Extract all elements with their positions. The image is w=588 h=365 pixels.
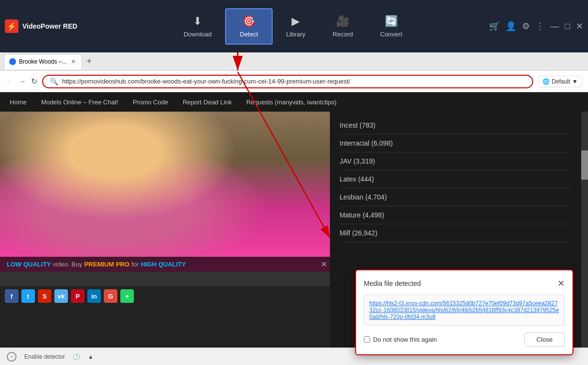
category-lesbian[interactable]: Lesbian (4,704) [340,188,572,206]
category-latex[interactable]: Latex (444) [340,170,572,188]
facebook-icon[interactable]: f [5,289,18,303]
globe-icon: 🌐 [542,78,550,85]
site-nav-requests[interactable]: Requests (manyvids, iwantclips) [246,99,337,106]
nav-buttons: ⬇ Download 🎯 Detect ▶ Library 🎥 Record 🔄 [97,8,489,45]
download-icon: ⬇ [193,15,202,28]
nav-download-label: Download [183,31,212,38]
refresh-button[interactable]: ↻ [31,77,37,86]
user-icon[interactable]: 👤 [506,21,516,32]
nav-convert[interactable]: 🔄 Convert [367,8,416,45]
tab-title: Brooke Woods –... [19,58,67,65]
nav-convert-label: Convert [380,31,403,38]
media-popup-title: Media file detected [364,280,421,287]
nav-record[interactable]: 🎥 Record [319,8,367,45]
time-icon[interactable]: 🕐 [73,353,80,360]
back-button[interactable]: ← [6,77,14,86]
whatsapp-icon[interactable]: + [120,289,134,303]
category-jav[interactable]: JAV (3,319) [340,152,572,170]
url-bar[interactable]: 🔍 [42,75,533,88]
video-controls-bar[interactable] [0,272,330,286]
google-icon[interactable]: G [104,289,117,303]
forward-button[interactable]: → [18,77,26,86]
site-nav: Home Models Online – Free Chat! Promo Co… [0,92,588,112]
browser-tab[interactable]: Brooke Woods –... ✕ [4,54,82,69]
url-search-icon: 🔍 [50,78,58,85]
scrollbar[interactable] [581,112,588,348]
app-name: VideoPower RED [22,22,77,30]
media-popup-footer: Do not show this again Close [364,332,565,347]
no-show-label[interactable]: Do not show this again [364,336,437,343]
titlebar: ⚡ VideoPower RED ⬇ Download 🎯 Detect ▶ L… [0,0,588,52]
social-bar: f t S vk P in G + [0,286,330,306]
default-label: Default [552,78,570,85]
gear-icon[interactable]: ⚙ [522,21,530,32]
video-area: LOW QUALITY video. Buy PREMIUM PRO for H… [0,112,330,348]
minimize-icon[interactable]: — [550,21,559,32]
browser-area: Brooke Woods –... ✕ + ← → ↻ 🔍 🌐 Default … [0,52,588,348]
category-milf[interactable]: Milf (26,942) [340,224,572,242]
top-right-icons: 🛒 👤 ⚙ ⋮ — □ ✕ [489,21,583,32]
popup-close-button[interactable]: Close [524,332,565,347]
overlay-close-button[interactable]: ✕ [321,260,327,269]
video-quality-overlay: LOW QUALITY video. Buy PREMIUM PRO for H… [0,257,330,272]
tab-add-button[interactable]: + [84,56,95,66]
site-nav-promo[interactable]: Promo Code [133,99,168,106]
tabbar: Brooke Woods –... ✕ + [0,52,588,71]
media-popup: Media file detected ✕ https://hls2-l3.xn… [355,269,573,348]
up-arrow-icon[interactable]: ▲ [88,353,94,360]
scrollbar-thumb[interactable] [581,150,588,180]
nav-library-label: Library [286,31,306,38]
linkedin-icon[interactable]: in [87,289,101,303]
category-interracial[interactable]: Interracial (6,098) [340,134,572,152]
enable-detector-label[interactable]: Enable detector [24,353,65,360]
tab-favicon [9,58,16,65]
url-input[interactable] [62,78,525,85]
library-icon: ▶ [292,15,300,28]
site-nav-report[interactable]: Report Dead Link [183,99,232,106]
no-show-checkbox[interactable] [364,336,370,343]
premium-text: PREMIUM PRO [84,261,130,268]
record-icon: 🎥 [336,15,349,28]
app-logo[interactable]: ⚡ VideoPower RED [5,19,77,33]
social3-icon[interactable]: S [38,289,51,303]
more-icon[interactable]: ⋮ [536,21,544,32]
video-content [0,112,330,272]
media-popup-header: Media file detected ✕ [364,278,565,289]
nav-detect-label: Detect [240,31,258,38]
site-content: Home Models Online – Free Chat! Promo Co… [0,92,588,348]
cart-icon[interactable]: 🛒 [489,21,500,32]
default-button[interactable]: 🌐 Default ▼ [538,76,582,87]
maximize-icon[interactable]: □ [565,21,570,32]
nav-record-label: Record [333,31,353,38]
low-quality-text: LOW QUALITY [7,261,51,268]
app-logo-icon: ⚡ [5,19,18,33]
nav-detect[interactable]: 🎯 Detect [225,8,273,45]
convert-icon: 🔄 [385,15,398,28]
no-show-text: Do not show this again [373,336,437,343]
video-text-1: video. Buy [53,261,82,268]
site-body: LOW QUALITY video. Buy PREMIUM PRO for H… [0,112,588,348]
detect-icon: 🎯 [243,15,256,28]
site-nav-models[interactable]: Models Online – Free Chat! [41,99,118,106]
vk-icon[interactable]: vk [54,289,68,303]
twitter-icon[interactable]: t [21,289,35,303]
high-quality-text: HIGH QUALITY [141,261,186,268]
pinterest-icon[interactable]: P [71,289,84,303]
dropdown-icon: ▼ [572,78,578,85]
media-detected-link[interactable]: https://hls2-l3.xnxx-cdn.com/5615325d0b7… [364,295,565,326]
addressbar: ← → ↻ 🔍 🌐 Default ▼ [0,71,588,92]
tab-close-button[interactable]: ✕ [70,58,77,65]
close-icon[interactable]: ✕ [576,21,583,32]
detector-icon: ○ [7,352,16,362]
media-popup-close-button[interactable]: ✕ [557,278,565,289]
video-text-2: for [131,261,139,268]
nav-download[interactable]: ⬇ Download [170,8,225,45]
category-incest[interactable]: Incest (783) [340,116,572,134]
site-nav-home[interactable]: Home [10,99,27,106]
category-mature[interactable]: Mature (4,498) [340,206,572,224]
nav-library[interactable]: ▶ Library [273,8,319,45]
video-thumbnail: LOW QUALITY video. Buy PREMIUM PRO for H… [0,112,330,272]
